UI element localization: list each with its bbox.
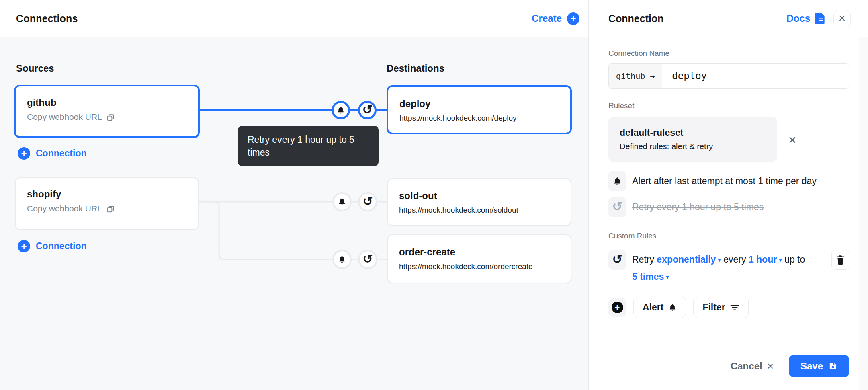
plus-circle-icon: + — [612, 302, 623, 313]
plus-circle-icon: + — [18, 147, 30, 160]
connection-panel: Connection Docs × Connection Name github… — [598, 0, 859, 390]
chevron-down-icon: ▾ — [718, 256, 721, 263]
source-name: github — [27, 97, 187, 108]
chevron-down-icon: ▾ — [666, 273, 669, 280]
retry-icon: ↺ — [362, 195, 373, 207]
destination-url: https://mock.hookdeck.com/deploy — [399, 114, 559, 123]
destination-card-deploy[interactable]: deploy https://mock.hookdeck.com/deploy — [387, 85, 572, 134]
destination-name: sold-out — [399, 190, 559, 201]
panel-title: Connection — [608, 13, 786, 25]
copy-icon — [106, 204, 115, 213]
save-button[interactable]: Save — [789, 355, 849, 377]
add-connection-label: Connection — [36, 148, 87, 159]
connection-name-input[interactable] — [662, 64, 849, 88]
ruleset-card[interactable]: default-ruleset Defined rules: alert & r… — [608, 117, 777, 162]
add-alert-rule-button[interactable]: Alert — [633, 297, 686, 318]
add-rule-row: + Alert Filter — [608, 297, 849, 318]
ruleset-row: default-ruleset Defined rules: alert & r… — [608, 117, 849, 162]
page-title: Connections — [16, 13, 78, 25]
destination-card-sold-out[interactable]: sold-out https://mock.hookdeck.com/soldo… — [387, 178, 571, 226]
main-scrollbar[interactable] — [588, 0, 598, 390]
close-icon: × — [839, 12, 846, 24]
copy-webhook-url-label: Copy webhook URL — [27, 112, 102, 122]
document-icon — [815, 13, 825, 24]
retry-rule-tile: ↺ — [608, 250, 626, 270]
add-filter-rule-button[interactable]: Filter — [693, 297, 748, 318]
source-card-shopify[interactable]: shopify Copy webhook URL — [15, 177, 199, 230]
connection-name-input-group: github → — [608, 63, 849, 89]
retry-rule-node[interactable]: ↺ — [358, 250, 377, 269]
save-button-label: Save — [800, 361, 823, 372]
retry-icon: ↺ — [362, 104, 372, 116]
retry-limit-dropdown[interactable]: 5 times▾ — [632, 271, 669, 282]
alert-rule-node[interactable] — [332, 192, 352, 211]
ruleset-remove-button[interactable]: × — [788, 133, 796, 146]
destination-url: https://mock.hookdeck.com/soldout — [399, 206, 559, 215]
cancel-button[interactable]: Cancel × — [731, 361, 774, 372]
custom-rules-section-label: Custom Rules — [608, 232, 656, 240]
alert-rule-text: Alert after last attempt at most 1 time … — [632, 176, 817, 187]
bell-icon — [336, 106, 345, 115]
create-button-label: Create — [532, 13, 562, 24]
alert-rule-node[interactable] — [332, 101, 350, 119]
cancel-button-label: Cancel — [731, 361, 762, 372]
panel-footer: Cancel × Save — [598, 342, 859, 390]
copy-webhook-url-button[interactable]: Copy webhook URL — [27, 112, 187, 122]
retry-rule-sentence: Retry exponentially▾ every 1 hour▾ up to… — [632, 251, 826, 285]
add-alert-label: Alert — [643, 302, 663, 313]
ruleset-section-header: Ruleset — [608, 101, 849, 110]
delete-rule-button[interactable] — [831, 250, 849, 270]
bell-icon — [338, 197, 346, 206]
retry-rule-text: Retry every 1 hour up to 5 times — [632, 202, 764, 213]
add-connection-button-shopify[interactable]: + Connection — [18, 240, 87, 252]
close-icon: × — [767, 361, 774, 372]
retry-strategy-dropdown[interactable]: exponentially▾ — [657, 254, 721, 265]
copy-webhook-url-label: Copy webhook URL — [27, 204, 102, 213]
destination-name: order-create — [399, 246, 559, 258]
add-rule-button[interactable]: + — [608, 298, 626, 317]
custom-retry-rule-row: ↺ Retry exponentially▾ every 1 hour▾ up … — [608, 250, 849, 285]
chevron-down-icon: ▾ — [779, 256, 782, 263]
ruleset-section-label: Ruleset — [608, 101, 634, 110]
bell-icon — [668, 303, 677, 312]
plus-circle-icon: + — [567, 12, 579, 25]
save-floppy-icon — [828, 361, 837, 371]
source-card-github[interactable]: github Copy webhook URL — [14, 85, 200, 138]
panel-body: Connection Name github → Ruleset default… — [598, 37, 859, 342]
alert-rule-tile — [608, 171, 626, 191]
retry-prefix-text: Retry — [632, 254, 654, 265]
create-button[interactable]: Create + — [532, 12, 579, 25]
copy-webhook-url-button[interactable]: Copy webhook URL — [27, 204, 187, 213]
custom-rules-section-header: Custom Rules — [608, 232, 849, 240]
bell-icon — [612, 177, 622, 186]
retry-interval-dropdown[interactable]: 1 hour▾ — [749, 254, 782, 265]
ruleset-alert-rule: Alert after last attempt at most 1 time … — [608, 171, 849, 191]
every-label: every — [723, 254, 746, 265]
trash-icon — [836, 255, 845, 265]
main-header: Connections Create + — [0, 0, 588, 37]
panel-close-button[interactable]: × — [833, 10, 851, 27]
bell-icon — [338, 255, 346, 264]
panel-scrollbar[interactable] — [859, 37, 868, 390]
retry-rule-node[interactable]: ↺ — [358, 192, 377, 211]
connection-name-prefix: github → — [609, 64, 662, 88]
docs-link-label: Docs — [786, 13, 810, 24]
retry-icon: ↺ — [612, 253, 622, 265]
destination-name: deploy — [399, 98, 559, 109]
retry-rule-tile: ↺ — [608, 197, 626, 217]
filter-icon — [730, 304, 739, 312]
copy-icon — [106, 113, 115, 122]
destination-url: https://mock.hookdeck.com/ordercreate — [399, 262, 559, 271]
connections-main: Connections Create + Sources Destination… — [0, 0, 588, 390]
ruleset-name: default-ruleset — [620, 127, 766, 138]
destination-card-order-create[interactable]: order-create https://mock.hookdeck.com/o… — [387, 234, 571, 283]
add-connection-button-github[interactable]: + Connection — [18, 147, 87, 160]
alert-rule-node[interactable] — [332, 250, 352, 269]
ruleset-retry-rule-disabled: ↺ Retry every 1 hour up to 5 times — [608, 197, 849, 217]
retry-rule-node[interactable]: ↺ — [358, 101, 377, 119]
panel-header: Connection Docs × — [598, 0, 859, 37]
upto-label: up to — [784, 254, 805, 265]
connections-canvas: Sources Destinations github Copy webhook… — [0, 37, 588, 390]
sources-heading: Sources — [16, 63, 54, 74]
docs-link[interactable]: Docs — [786, 13, 825, 24]
